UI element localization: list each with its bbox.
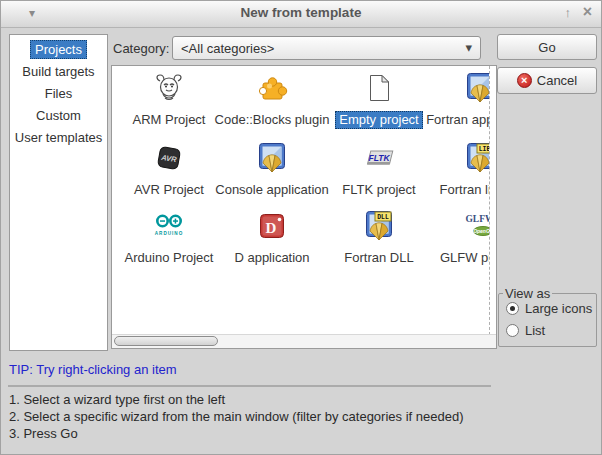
maximize-icon[interactable]: ↑: [565, 5, 572, 20]
category-value: <All categories>: [181, 41, 274, 56]
fltk-icon: FLTK: [363, 142, 395, 174]
console-app-icon: [256, 142, 288, 174]
template-item-empty-project[interactable]: Empty project: [324, 72, 434, 129]
fortran-app-icon: [464, 72, 489, 104]
radio-label: List: [525, 323, 545, 338]
puzzle-icon: [256, 72, 288, 104]
scrollbar-thumb[interactable]: [114, 336, 218, 346]
radio-button-selected[interactable]: [506, 302, 519, 315]
cancel-button-label: Cancel: [537, 73, 577, 88]
template-item-code-blocks-plugin[interactable]: Code::Blocks plugin: [217, 72, 327, 129]
panel-sash[interactable]: [489, 66, 490, 335]
template-grid-viewport: ARM ProjectCode::Blocks pluginEmpty proj…: [112, 66, 489, 335]
template-item-glfw-project[interactable]: GLFWOpenGLGLFW project: [425, 210, 489, 267]
sidebar-item-label: Files: [40, 84, 77, 103]
go-button[interactable]: Go: [497, 34, 597, 60]
sidebar-item-label: User templates: [10, 128, 107, 147]
template-item-label: ARM Project: [129, 111, 210, 129]
template-item-label: Empty project: [335, 111, 422, 129]
view-as-option-large-icons[interactable]: Large icons: [506, 301, 596, 316]
template-item-label: Code::Blocks plugin: [211, 111, 334, 129]
sidebar-item-custom[interactable]: Custom: [10, 104, 107, 126]
radio-button[interactable]: [506, 324, 519, 337]
sidebar-item-build-targets[interactable]: Build targets: [10, 60, 107, 82]
template-item-label: Arduino Project: [121, 249, 218, 267]
category-dropdown[interactable]: <All categories> ▾: [172, 36, 481, 60]
arduino-icon: ARDUINO: [153, 210, 185, 242]
separator: [8, 385, 491, 387]
svg-text:OpenGL: OpenGL: [473, 228, 489, 234]
chevron-down-icon: ▾: [465, 40, 472, 55]
template-item-label: Console application: [211, 181, 332, 199]
titlebar[interactable]: ▾ New from template ↑ ×: [1, 1, 601, 28]
instruction-line: 1. Select a wizard type first on the lef…: [9, 391, 463, 408]
glfw-icon: GLFWOpenGL: [464, 210, 489, 242]
tip-text: TIP: Try right-clicking an item: [9, 362, 177, 377]
template-item-label: Fortran library: [436, 181, 489, 199]
horizontal-scrollbar[interactable]: [112, 334, 496, 348]
template-grid-panel: ARM ProjectCode::Blocks pluginEmpty proj…: [111, 65, 497, 349]
avr-chip-icon: AVR: [153, 142, 185, 174]
radio-label: Large icons: [525, 301, 592, 316]
fortran-dll-icon: DLL: [363, 210, 395, 242]
template-item-fortran-dll[interactable]: DLLFortran DLL: [324, 210, 434, 267]
cancel-button[interactable]: × Cancel: [497, 67, 597, 94]
template-item-avr-project[interactable]: AVRAVR Project: [114, 142, 224, 199]
sidebar-item-label: Build targets: [17, 62, 99, 81]
svg-text:DLL: DLL: [377, 214, 389, 221]
template-item-fortran-library[interactable]: LIBFortran library: [425, 142, 489, 199]
new-from-template-dialog: ▾ New from template ↑ × ProjectsBuild ta…: [0, 0, 602, 455]
view-as-legend: View as: [503, 286, 552, 301]
template-item-fortran-application[interactable]: Fortran application: [425, 72, 489, 129]
cancel-icon: ×: [517, 73, 532, 88]
template-item-label: Fortran application: [422, 111, 489, 129]
template-item-label: FLTK project: [338, 181, 419, 199]
svg-text:FLTK: FLTK: [368, 153, 390, 163]
wizard-type-list: ProjectsBuild targetsFilesCustomUser tem…: [9, 34, 108, 351]
template-item-label: Fortran DLL: [340, 249, 417, 267]
instruction-line: 3. Press Go: [9, 425, 463, 442]
instruction-line: 2. Select a specific wizard from the mai…: [9, 408, 463, 425]
gnu-icon: [153, 72, 185, 104]
template-item-d-application[interactable]: DD application: [217, 210, 327, 267]
sidebar-item-label: Projects: [30, 40, 87, 59]
svg-text:GLFW: GLFW: [465, 214, 489, 224]
go-button-label: Go: [538, 40, 555, 55]
svg-text:LIB: LIB: [479, 146, 489, 153]
category-label: Category:: [113, 41, 169, 56]
blank-page-icon: [363, 72, 395, 104]
template-item-label: AVR Project: [130, 181, 208, 199]
close-icon[interactable]: ×: [583, 3, 592, 21]
window-title: New from template: [1, 5, 601, 20]
sidebar-item-label: Custom: [31, 106, 86, 125]
fortran-lib-icon: LIB: [464, 142, 489, 174]
svg-text:ARDUINO: ARDUINO: [155, 231, 183, 236]
template-item-fltk-project[interactable]: FLTKFLTK project: [324, 142, 434, 199]
sidebar-item-user-templates[interactable]: User templates: [10, 126, 107, 148]
svg-text:D: D: [266, 220, 277, 236]
template-item-console-application[interactable]: Console application: [217, 142, 327, 199]
d-app-icon: D: [256, 210, 288, 242]
template-item-arm-project[interactable]: ARM Project: [114, 72, 224, 129]
sidebar-item-projects[interactable]: Projects: [10, 38, 107, 60]
template-item-label: D application: [230, 249, 313, 267]
sidebar-item-files[interactable]: Files: [10, 82, 107, 104]
template-item-label: GLFW project: [436, 249, 489, 267]
instructions: 1. Select a wizard type first on the lef…: [9, 391, 463, 442]
template-item-arduino-project[interactable]: ARDUINOArduino Project: [114, 210, 224, 267]
view-as-group: View as Large iconsList: [498, 293, 597, 347]
view-as-option-list[interactable]: List: [506, 323, 596, 338]
